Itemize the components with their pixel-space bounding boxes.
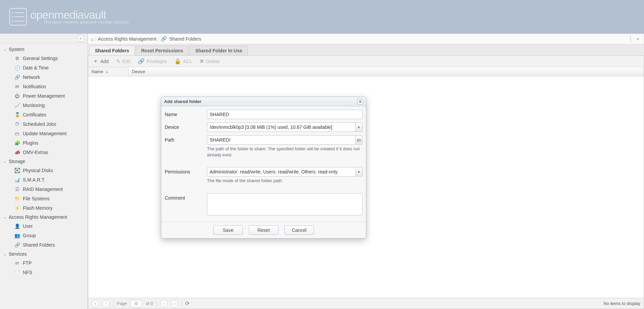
name-field[interactable] <box>207 110 363 119</box>
sidebar-item-plugins[interactable]: 🧩Plugins <box>0 138 88 148</box>
edit-button[interactable]: ✎Edit <box>113 57 134 65</box>
sidebar-item-shared-folders[interactable]: 🔗Shared Folders <box>0 240 88 250</box>
group-label: System <box>9 47 24 52</box>
comment-field[interactable] <box>207 193 363 215</box>
logo-icon <box>9 8 27 25</box>
toolbar-label: Privileges <box>147 59 167 64</box>
sidebar-item-raid-management[interactable]: ☰RAID Management <box>0 185 88 194</box>
bolt-icon: ⚡ <box>14 205 20 211</box>
sidebar-item-nfs[interactable]: 📄NFS <box>0 268 88 277</box>
device-select[interactable] <box>207 122 355 132</box>
sidebar-item-label: Scheduled Jobs <box>23 121 56 127</box>
sidebar-item-file-systems[interactable]: 📁File Systems <box>0 194 88 203</box>
users-icon: 👥 <box>14 233 20 239</box>
device-dropdown-button[interactable]: ▾ <box>355 122 363 132</box>
add-button[interactable]: ＋Add <box>90 57 112 66</box>
path-browse-button[interactable]: 🗁 <box>355 135 363 145</box>
sidebar-item-power-management[interactable]: ⏻Power Management <box>0 91 88 101</box>
grid-header: Name▲ Device <box>88 67 644 76</box>
acl-button[interactable]: 🔒ACL <box>171 57 196 65</box>
permissions-dropdown-button[interactable]: ▾ <box>355 167 363 176</box>
sidebar-item-ftp[interactable]: ⇄FTP <box>0 258 88 268</box>
path-help: The path of the folder to share. The spe… <box>207 146 363 158</box>
toolbar-label: Delete <box>206 59 219 64</box>
sidebar-item-label: S.M.A.R.T. <box>23 176 45 183</box>
sidebar-group-storage[interactable]: ⌄Storage <box>0 157 88 166</box>
sidebar-item-network[interactable]: 🔗Network <box>0 72 88 82</box>
group-label: Services <box>9 251 27 257</box>
network-icon: 🔗 <box>14 74 20 80</box>
sidebar-item-label: Update Management <box>23 130 67 137</box>
sidebar-collapse-bar: « <box>0 34 88 43</box>
sidebar-item-label: Date & Time <box>23 64 49 71</box>
group-label: Storage <box>9 159 25 164</box>
col-device[interactable]: Device <box>128 67 644 76</box>
permissions-select[interactable] <box>207 167 355 176</box>
sidebar-item-label: Certificates <box>23 111 46 118</box>
gear-icon: ⚙ <box>14 55 20 61</box>
sidebar-item-label: RAID Management <box>23 186 63 193</box>
sidebar-item-monitoring[interactable]: 📈Monitoring <box>0 101 88 110</box>
permissions-label: Permissions <box>165 167 207 174</box>
sidebar-item-omv-extras[interactable]: 📣OMV-Extras <box>0 148 88 157</box>
sidebar-item-physical-disks[interactable]: 💽Physical Disks <box>0 166 88 175</box>
breadcrumb-section[interactable]: Access Rights Management <box>98 36 156 42</box>
sidebar-item-label: Physical Disks <box>23 167 53 174</box>
package-icon: 🗃 <box>14 131 20 137</box>
tabs: Shared Folders Reset Permissions Shared … <box>88 44 644 55</box>
sidebar-item-notification[interactable]: ✉Notification <box>0 82 88 91</box>
medal-icon: 🏅 <box>14 112 20 118</box>
sidebar-item-label: Network <box>23 74 40 81</box>
more-icon[interactable]: ⋮ <box>628 35 634 43</box>
dropdown-icon[interactable]: ▾ <box>637 37 639 41</box>
share-icon: 🔗 <box>161 36 167 42</box>
permissions-help: The file mode of the shared folder path. <box>207 178 363 184</box>
mail-icon: ✉ <box>14 84 20 90</box>
sidebar-item-general-settings[interactable]: ⚙General Settings <box>0 54 88 63</box>
first-page-button[interactable]: « <box>92 300 99 307</box>
sidebar-item-user[interactable]: 👤User <box>0 221 88 231</box>
sort-asc-icon: ▲ <box>105 70 109 73</box>
breadcrumb-page[interactable]: Shared Folders <box>169 36 201 42</box>
sidebar-item-scheduled-jobs[interactable]: ⏱Scheduled Jobs <box>0 119 88 129</box>
reset-button[interactable]: Reset <box>249 225 278 235</box>
refresh-icon[interactable]: ⟳ <box>185 300 190 307</box>
col-name[interactable]: Name▲ <box>88 67 128 76</box>
brand-subtitle: The open network attached storage soluti… <box>30 20 129 24</box>
sidebar-item-flash-memory[interactable]: ⚡Flash Memory <box>0 203 88 213</box>
sidebar-collapse-button[interactable]: « <box>77 35 84 42</box>
tab-shared-folder-in-use[interactable]: Shared Folder In Use <box>190 46 248 55</box>
last-page-button[interactable]: » <box>171 300 178 307</box>
page-input[interactable] <box>130 300 142 307</box>
dialog-close-button[interactable]: ✕ <box>357 99 363 105</box>
sidebar-item-group[interactable]: 👥Group <box>0 231 88 240</box>
sidebar-item-smart[interactable]: 📊S.M.A.R.T. <box>0 175 88 185</box>
sidebar-item-date-time[interactable]: 🕘Date & Time <box>0 63 88 72</box>
privileges-button[interactable]: 🔗Privileges <box>135 57 170 65</box>
toolbar-label: Edit <box>122 59 130 64</box>
sidebar-item-certificates[interactable]: 🏅Certificates <box>0 110 88 119</box>
user-icon: 👤 <box>14 223 20 229</box>
lock-icon: 🔒 <box>174 58 181 64</box>
sidebar-item-update-management[interactable]: 🗃Update Management <box>0 129 88 138</box>
sidebar-group-system[interactable]: ⌄System <box>0 45 88 54</box>
col-label: Device <box>132 69 145 74</box>
save-button[interactable]: Save <box>213 225 243 235</box>
cancel-button[interactable]: Cancel <box>284 225 314 235</box>
sidebar-group-arm[interactable]: ⌄Access Rights Management <box>0 213 88 221</box>
share-icon: 🔗 <box>14 242 20 248</box>
next-page-button[interactable]: › <box>160 300 167 307</box>
tab-shared-folders[interactable]: Shared Folders <box>89 46 135 55</box>
transfer-icon: ⇄ <box>14 260 20 266</box>
toolbar-label: ACL <box>183 59 192 64</box>
delete-button[interactable]: ✖Delete <box>196 57 223 65</box>
sidebar-item-label: Group <box>23 232 36 239</box>
path-field[interactable] <box>207 135 355 145</box>
plus-icon: ＋ <box>93 58 98 65</box>
stack-icon: ☰ <box>14 186 20 192</box>
sidebar-group-services[interactable]: ⌄Services <box>0 250 88 258</box>
breadcrumb: ⌂ Access Rights Management 🔗 Shared Fold… <box>88 34 644 44</box>
home-icon[interactable]: ⌂ <box>91 36 94 42</box>
tab-reset-permissions[interactable]: Reset Permissions <box>136 46 189 55</box>
prev-page-button[interactable]: ‹ <box>102 300 110 307</box>
